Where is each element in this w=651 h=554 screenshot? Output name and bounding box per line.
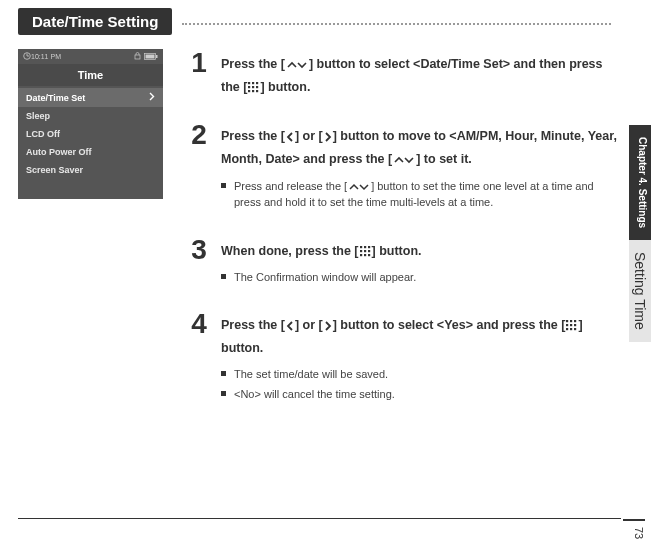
- svg-rect-6: [146, 54, 155, 58]
- up-down-icon: [392, 154, 416, 166]
- bullet-square-icon: [221, 183, 226, 188]
- step-title: Press the [] or [] button to select <Yes…: [221, 314, 621, 360]
- svg-rect-27: [574, 320, 576, 322]
- bullet-square-icon: [221, 371, 226, 376]
- device-menu-list: Date/Time Set Sleep LCD Off Auto Power O…: [18, 86, 163, 181]
- step-number: 4: [185, 310, 213, 405]
- step-1: 1 Press the [] button to select <Date/Ti…: [185, 49, 621, 99]
- svg-rect-3: [135, 55, 140, 59]
- section-title: Date/Time Setting: [18, 8, 172, 35]
- svg-rect-14: [252, 90, 254, 92]
- svg-rect-19: [360, 250, 362, 252]
- left-icon: [285, 131, 295, 143]
- list-item: Date/Time Set: [18, 88, 163, 107]
- svg-rect-8: [252, 82, 254, 84]
- svg-rect-11: [252, 86, 254, 88]
- side-tab-section: Setting Time: [629, 240, 651, 342]
- chevron-right-icon: [149, 92, 155, 103]
- device-lock-icon: [134, 52, 141, 61]
- step-title: When done, press the [] button.: [221, 240, 422, 263]
- up-down-icon: [285, 59, 309, 71]
- list-item: LCD Off: [18, 125, 163, 143]
- device-clock-text: 10:11 PM: [31, 53, 61, 60]
- step-number: 2: [185, 121, 213, 213]
- list-item-label: Date/Time Set: [26, 93, 85, 103]
- svg-rect-31: [566, 328, 568, 330]
- bullet-item: <No> will cancel the time setting.: [221, 386, 621, 403]
- svg-rect-23: [364, 254, 366, 256]
- svg-rect-33: [574, 328, 576, 330]
- svg-rect-5: [156, 55, 158, 58]
- left-icon: [285, 320, 295, 332]
- step-title: Press the [] or [] button to move to <AM…: [221, 125, 621, 171]
- svg-rect-26: [570, 320, 572, 322]
- grid-icon: [565, 320, 578, 332]
- list-item: Sleep: [18, 107, 163, 125]
- side-tab-chapter: Chapter 4. Settings: [629, 125, 651, 240]
- header-divider: [182, 23, 611, 25]
- list-item: Screen Saver: [18, 161, 163, 179]
- list-item-label: LCD Off: [26, 129, 60, 139]
- bullet-square-icon: [221, 274, 226, 279]
- instruction-steps: 1 Press the [] button to select <Date/Ti…: [185, 49, 621, 427]
- bullet-item: The set time/date will be saved.: [221, 366, 621, 383]
- bullet-square-icon: [221, 391, 226, 396]
- bullet-item: Press and release the [] button to set t…: [221, 178, 621, 211]
- svg-rect-21: [368, 250, 370, 252]
- step-title: Press the [] button to select <Date/Time…: [221, 53, 621, 99]
- list-item-label: Screen Saver: [26, 165, 83, 175]
- device-clock-icon: [23, 52, 31, 61]
- svg-rect-10: [248, 86, 250, 88]
- step-3: 3 When done, press the [] button. The Co…: [185, 236, 621, 289]
- grid-icon: [247, 82, 260, 94]
- step-4: 4 Press the [] or [] button to select <Y…: [185, 310, 621, 405]
- svg-rect-7: [248, 82, 250, 84]
- device-battery-icon: [144, 53, 158, 61]
- svg-rect-22: [360, 254, 362, 256]
- svg-rect-29: [570, 324, 572, 326]
- list-item: Auto Power Off: [18, 143, 163, 161]
- list-item-label: Auto Power Off: [26, 147, 92, 157]
- svg-rect-24: [368, 254, 370, 256]
- svg-rect-32: [570, 328, 572, 330]
- device-statusbar: 10:11 PM: [18, 49, 163, 64]
- svg-rect-25: [566, 320, 568, 322]
- svg-rect-30: [574, 324, 576, 326]
- svg-rect-18: [368, 246, 370, 248]
- svg-rect-13: [248, 90, 250, 92]
- step-number: 1: [185, 49, 213, 99]
- svg-rect-17: [364, 246, 366, 248]
- footer-divider: [18, 518, 621, 519]
- svg-rect-9: [256, 82, 258, 84]
- step-number: 3: [185, 236, 213, 289]
- svg-rect-28: [566, 324, 568, 326]
- svg-rect-16: [360, 246, 362, 248]
- up-down-icon: [347, 181, 371, 193]
- page-number: 73: [623, 519, 645, 539]
- svg-rect-15: [256, 90, 258, 92]
- list-item-label: Sleep: [26, 111, 50, 121]
- side-tabs: Chapter 4. Settings Setting Time: [629, 125, 651, 342]
- right-icon: [323, 131, 333, 143]
- svg-rect-20: [364, 250, 366, 252]
- device-menu-title: Time: [18, 64, 163, 86]
- bullet-item: The Confirmation window will appear.: [221, 269, 422, 286]
- device-screenshot: 10:11 PM Time Date/Time Set Sleep: [18, 49, 163, 199]
- right-icon: [323, 320, 333, 332]
- grid-icon: [359, 245, 372, 257]
- step-2: 2 Press the [] or [] button to move to <…: [185, 121, 621, 213]
- svg-rect-12: [256, 86, 258, 88]
